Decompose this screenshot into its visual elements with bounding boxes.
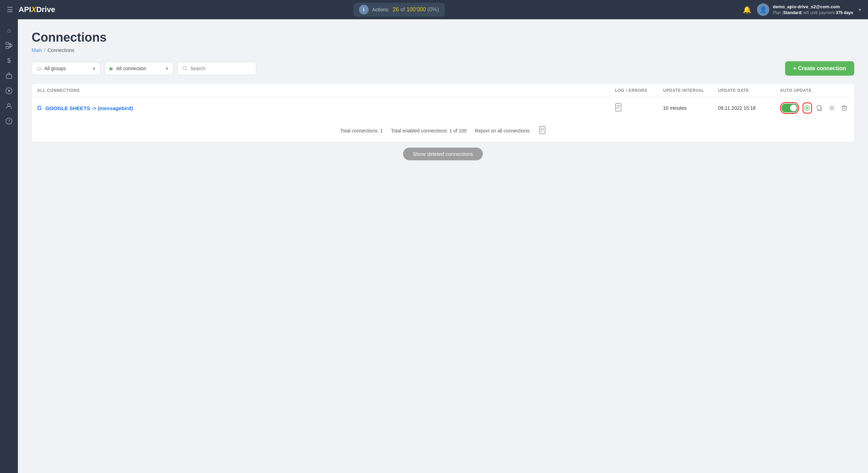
col-log-errors: LOG / ERRORS xyxy=(615,88,663,93)
svg-marker-20 xyxy=(806,107,809,109)
auto-update-toggle-wrapper xyxy=(780,102,799,114)
user-plan: Plan |Standard| left until payment 375 d… xyxy=(773,10,853,16)
show-deleted-button[interactable]: Show deleted connections xyxy=(403,148,482,160)
log-icon[interactable] xyxy=(615,106,622,113)
search-icon xyxy=(183,66,187,71)
user-avatar: 👤 xyxy=(757,3,769,16)
summary-row: Total connections: 1 Total enabled conne… xyxy=(32,119,854,142)
sidebar-item-home[interactable]: ⌂ xyxy=(2,23,16,37)
connection-filter[interactable]: ▶ All connection ▾ xyxy=(105,62,173,75)
report-icon[interactable] xyxy=(539,126,546,135)
folder-icon: 🗂 xyxy=(37,66,42,71)
topnav: ☰ APIXDrive i Actions: 26 of 100'000 (0%… xyxy=(0,0,868,19)
logo: APIXDrive xyxy=(19,5,55,14)
filter-bar: 🗂 All groups ▾ ▶ All connection ▾ + Crea… xyxy=(32,61,854,76)
sidebar-item-help[interactable]: ? xyxy=(2,114,16,128)
sidebar-item-play[interactable] xyxy=(2,84,16,98)
table-header: ALL CONNECTIONS LOG / ERRORS UPDATE INTE… xyxy=(32,84,854,97)
svg-rect-15 xyxy=(616,104,621,111)
sidebar-item-connections[interactable] xyxy=(2,39,16,52)
breadcrumb-main[interactable]: Main xyxy=(32,47,42,53)
user-email: demo_apix-drive_s2@com.com xyxy=(773,4,853,10)
svg-point-23 xyxy=(831,107,833,109)
svg-rect-0 xyxy=(6,42,9,44)
breadcrumb-separator: / xyxy=(44,47,45,53)
page-title: Connections xyxy=(32,30,854,45)
col-all-connections: ALL CONNECTIONS xyxy=(37,88,615,93)
breadcrumb-current: Connections xyxy=(47,47,74,53)
svg-line-14 xyxy=(186,69,187,70)
actions-label: Actions: xyxy=(372,7,389,12)
logo-api: API xyxy=(19,5,31,14)
total-enabled: Total enabled connections: 1 of 100 xyxy=(391,128,467,133)
connection-link[interactable]: GOOGLE SHEETS -> (messagebird) xyxy=(45,105,133,111)
table-row: G GOOGLE SHEETS -> (messagebird) xyxy=(32,97,854,119)
sidebar-item-profile[interactable] xyxy=(2,99,16,113)
sidebar-item-billing[interactable]: $ xyxy=(2,54,16,67)
svg-point-10 xyxy=(8,104,10,106)
connections-table: ALL CONNECTIONS LOG / ERRORS UPDATE INTE… xyxy=(32,84,854,142)
groups-filter-label: All groups xyxy=(44,66,66,71)
log-cell xyxy=(615,103,663,113)
svg-rect-7 xyxy=(6,75,12,78)
breadcrumb: Main / Connections xyxy=(32,47,854,53)
hamburger-menu[interactable]: ☰ xyxy=(7,6,13,14)
user-area[interactable]: 👤 demo_apix-drive_s2@com.com Plan |Stand… xyxy=(757,3,853,16)
delete-button[interactable] xyxy=(840,103,849,114)
svg-text:?: ? xyxy=(8,119,10,124)
copy-button[interactable] xyxy=(815,103,824,114)
col-auto-update: AUTO UPDATE xyxy=(780,88,849,93)
connection-filter-label: All connection xyxy=(116,66,146,71)
connection-chevron-icon: ▾ xyxy=(166,66,168,71)
search-input[interactable] xyxy=(190,66,251,71)
svg-marker-9 xyxy=(8,89,11,92)
logo-drive: Drive xyxy=(36,5,55,14)
content-area: Connections Main / Connections 🗂 All gro… xyxy=(18,19,868,473)
svg-rect-29 xyxy=(540,126,545,134)
info-icon: i xyxy=(359,5,369,14)
topnav-right: 🔔 👤 demo_apix-drive_s2@com.com Plan |Sta… xyxy=(743,3,861,16)
svg-rect-24 xyxy=(842,107,846,110)
settings-button[interactable] xyxy=(827,103,836,114)
sidebar: ⌂ $ xyxy=(0,19,18,473)
report-label: Report on all connections: xyxy=(475,128,531,133)
auto-update-toggle[interactable] xyxy=(781,104,798,112)
play-circle-icon: ▶ xyxy=(110,66,113,71)
bell-icon[interactable]: 🔔 xyxy=(743,6,751,14)
toggle-knob xyxy=(790,105,797,111)
user-info: demo_apix-drive_s2@com.com Plan |Standar… xyxy=(773,4,853,16)
svg-rect-2 xyxy=(6,46,9,49)
google-icon: G xyxy=(37,105,42,112)
total-connections: Total connections: 1 xyxy=(340,128,383,133)
actions-used: 26 of 100'000 (0%) xyxy=(393,7,439,13)
groups-chevron-icon: ▾ xyxy=(93,66,95,71)
connection-name[interactable]: G GOOGLE SHEETS -> (messagebird) xyxy=(37,105,615,112)
search-box[interactable] xyxy=(177,62,256,75)
user-chevron-icon[interactable]: ▾ xyxy=(859,7,861,12)
date-cell: 09.11.2022 15:18 xyxy=(718,105,780,111)
run-button[interactable] xyxy=(803,103,812,114)
interval-cell: 10 minutes xyxy=(663,105,718,111)
create-connection-button[interactable]: + Create connection xyxy=(785,61,854,76)
col-update-date: UPDATE DATE xyxy=(718,88,780,93)
sidebar-item-briefcase[interactable] xyxy=(2,69,16,83)
col-update-interval: UPDATE INTERVAL xyxy=(663,88,718,93)
svg-rect-22 xyxy=(817,106,821,110)
main-layout: ⌂ $ xyxy=(0,19,868,473)
actions-badge: i Actions: 26 of 100'000 (0%) xyxy=(354,3,445,17)
logo-x: X xyxy=(31,5,36,14)
groups-filter[interactable]: 🗂 All groups ▾ xyxy=(32,62,100,75)
auto-update-cell xyxy=(780,102,849,114)
